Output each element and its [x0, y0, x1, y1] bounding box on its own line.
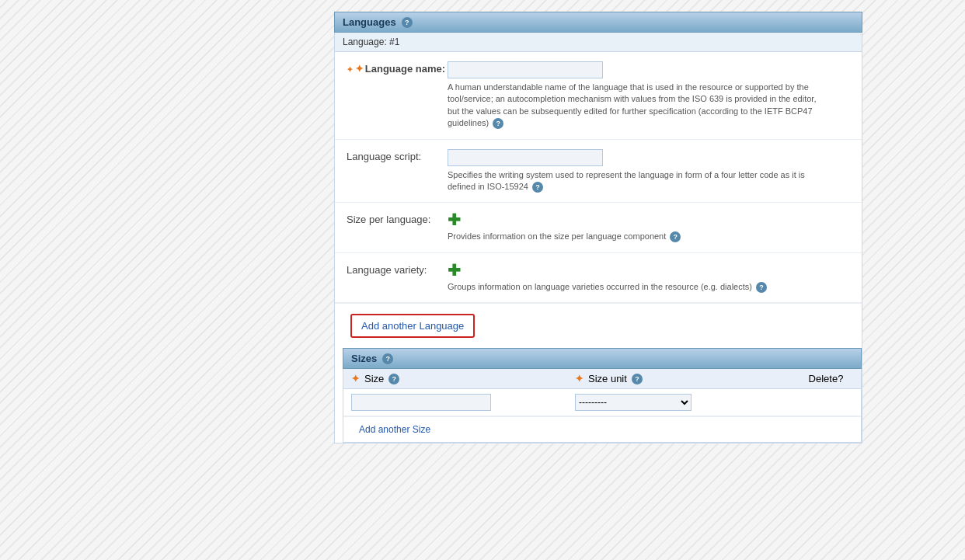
size-unit-select[interactable]: ---------: [575, 394, 692, 411]
languages-title: Languages: [343, 16, 396, 28]
size-per-language-add-icon[interactable]: ✚: [448, 212, 850, 228]
language-variety-field-col: ✚ Groups information on language varieti…: [448, 263, 850, 293]
size-required-star: ✦: [351, 373, 360, 384]
sizes-unit-label: Size unit: [588, 373, 627, 384]
sizes-col-delete-header: Delete?: [799, 373, 853, 384]
sizes-content: ✦ Size ? ✦ Size unit ? Delete?: [343, 369, 862, 443]
sizes-col-size-header: ✦ Size ?: [351, 373, 575, 384]
sizes-title: Sizes: [351, 353, 377, 364]
language-variety-label: Language variety:: [347, 263, 448, 276]
language-variety-add-icon[interactable]: ✚: [448, 263, 850, 278]
sizes-unit-help-icon[interactable]: ?: [632, 374, 643, 384]
sizes-delete-label: Delete?: [809, 373, 844, 384]
sizes-section-header: Sizes ?: [343, 348, 862, 369]
add-another-language-button[interactable]: Add another Language: [350, 314, 475, 338]
language-name-field-col: A human understandable name of the langu…: [448, 61, 850, 130]
language-name-row: ✦Language name: A human understandable n…: [335, 52, 862, 140]
size-per-language-field-col: ✚ Provides information on the size per l…: [448, 212, 850, 242]
language-variety-row: Language variety: ✚ Groups information o…: [335, 253, 862, 303]
size-per-language-help-icon[interactable]: ?: [670, 231, 681, 242]
language-name-label: ✦Language name:: [347, 61, 448, 75]
languages-section-content: Language: #1 ✦Language name: A human und…: [334, 33, 862, 443]
language-script-field-col: Specifies the writing system used to rep…: [448, 149, 850, 193]
add-another-size-button[interactable]: Add another Size: [351, 420, 438, 439]
language-name-help-text: A human understandable name of the langu…: [448, 82, 820, 130]
size-per-language-label: Size per language:: [347, 212, 448, 225]
sizes-unit-col: ---------: [575, 394, 799, 411]
language-name-input[interactable]: [448, 61, 603, 78]
sizes-size-help-icon[interactable]: ?: [388, 374, 399, 384]
language-1-label: Language: #1: [343, 37, 399, 47]
size-per-language-row: Size per language: ✚ Provides informatio…: [335, 203, 862, 252]
size-per-language-help-text: Provides information on the size per lan…: [448, 231, 820, 242]
language-script-help-text: Specifies the writing system used to rep…: [448, 169, 820, 193]
language-variety-help-icon[interactable]: ?: [756, 282, 767, 293]
sizes-help-icon[interactable]: ?: [382, 353, 393, 364]
languages-section-header: Languages ?: [334, 12, 862, 33]
language-script-row: Language script: Specifies the writing s…: [335, 140, 862, 203]
sizes-input-col: [351, 394, 575, 411]
sizes-table-header: ✦ Size ? ✦ Size unit ? Delete?: [343, 369, 861, 389]
language-name-help-icon[interactable]: ?: [493, 118, 503, 129]
language-1-header: Language: #1: [335, 33, 862, 52]
language-script-label: Language script:: [347, 149, 448, 162]
add-another-language-row: Add another Language: [335, 303, 862, 348]
size-value-input[interactable]: [351, 394, 491, 411]
sizes-col-unit-header: ✦ Size unit ?: [575, 373, 799, 384]
language-variety-help-text: Groups information on language varieties…: [448, 281, 820, 293]
sizes-section: Sizes ? ✦ Size ? ✦ Size unit ?: [335, 348, 862, 443]
language-script-input[interactable]: [448, 149, 603, 166]
language-script-help-icon[interactable]: ?: [532, 182, 543, 193]
add-another-size-row: Add another Size: [343, 416, 861, 442]
main-container: Languages ? Language: #1 ✦Language name:…: [334, 12, 862, 443]
required-star-1: ✦: [355, 63, 364, 75]
languages-help-icon[interactable]: ?: [402, 17, 413, 28]
sizes-data-row: ---------: [343, 389, 861, 416]
unit-required-star: ✦: [575, 373, 584, 384]
sizes-size-label: Size: [364, 373, 384, 384]
